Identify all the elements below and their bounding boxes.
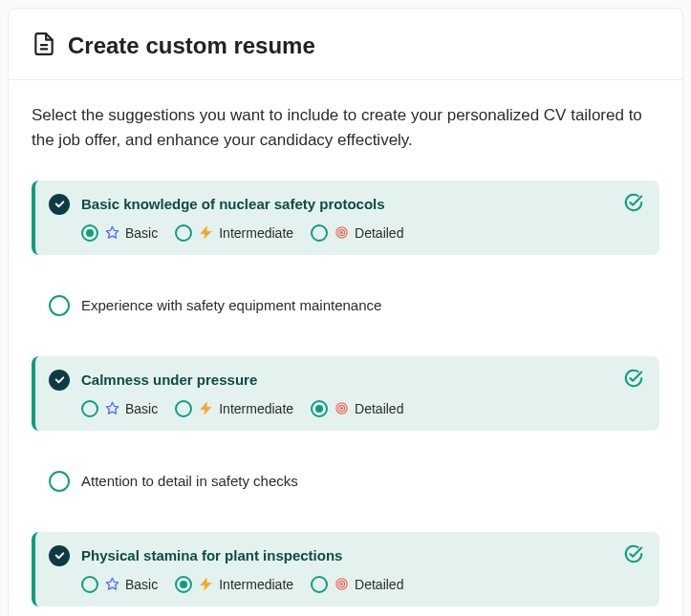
- level-option-intermediate[interactable]: Intermediate: [175, 576, 293, 593]
- suggestion-checkbox[interactable]: [49, 295, 70, 316]
- level-label: Detailed: [355, 401, 403, 416]
- card-header: Create custom resume: [9, 9, 682, 80]
- level-options: BasicIntermediateDetailed: [81, 576, 642, 593]
- level-label: Basic: [125, 577, 158, 592]
- page-title: Create custom resume: [68, 32, 315, 59]
- suggestion-checkbox[interactable]: [49, 471, 70, 492]
- bolt-icon: [198, 401, 213, 416]
- level-option-basic[interactable]: Basic: [81, 576, 158, 593]
- level-options: BasicIntermediateDetailed: [81, 400, 642, 417]
- suggestion-header: Experience with safety equipment mainten…: [49, 295, 642, 316]
- suggestion-checkbox[interactable]: [49, 370, 70, 391]
- suggestion-header: Attention to detail in safety checks: [49, 471, 642, 492]
- document-icon: [32, 32, 56, 60]
- suggestion-item: Experience with safety equipment mainten…: [32, 282, 659, 329]
- level-label: Detailed: [355, 225, 403, 241]
- level-label: Detailed: [355, 577, 403, 592]
- level-label: Basic: [125, 225, 158, 241]
- suggestion-header: Physical stamina for plant inspections: [49, 545, 642, 566]
- create-resume-card: Create custom resume Select the suggesti…: [8, 8, 683, 616]
- suggestion-title: Calmness under pressure: [81, 372, 257, 388]
- level-option-intermediate[interactable]: Intermediate: [175, 224, 293, 242]
- bolt-icon: [198, 225, 213, 241]
- suggestions-list: Basic knowledge of nuclear safety protoc…: [32, 181, 659, 606]
- level-option-basic[interactable]: Basic: [81, 224, 158, 242]
- svg-point-11: [340, 408, 342, 410]
- level-option-intermediate[interactable]: Intermediate: [175, 400, 293, 417]
- confirm-check-icon: [623, 543, 644, 568]
- confirm-check-icon: [623, 368, 644, 393]
- svg-marker-8: [201, 402, 211, 414]
- radio-icon: [311, 400, 328, 417]
- radio-icon: [81, 400, 98, 417]
- card-body: Select the suggestions you want to inclu…: [9, 80, 682, 616]
- suggestion-header: Calmness under pressure: [49, 370, 642, 391]
- level-options: BasicIntermediateDetailed: [81, 224, 642, 242]
- suggestion-item: Physical stamina for plant inspectionsBa…: [32, 532, 659, 606]
- svg-marker-12: [106, 578, 119, 589]
- suggestion-title: Basic knowledge of nuclear safety protoc…: [81, 196, 385, 212]
- radio-icon: [81, 576, 98, 593]
- level-option-basic[interactable]: Basic: [81, 400, 158, 417]
- suggestion-title: Experience with safety equipment mainten…: [81, 297, 381, 313]
- description-text: Select the suggestions you want to inclu…: [32, 103, 659, 154]
- confirm-check-icon: [623, 192, 644, 217]
- suggestion-header: Basic knowledge of nuclear safety protoc…: [49, 194, 642, 215]
- target-icon: [334, 577, 349, 592]
- level-option-detailed[interactable]: Detailed: [311, 576, 403, 593]
- suggestion-title: Physical stamina for plant inspections: [81, 547, 342, 563]
- level-label: Intermediate: [219, 225, 293, 241]
- level-label: Basic: [125, 401, 158, 416]
- svg-marker-13: [201, 578, 211, 590]
- level-label: Intermediate: [219, 401, 293, 416]
- level-label: Intermediate: [219, 577, 293, 592]
- star-icon: [104, 225, 119, 241]
- suggestion-item: Calmness under pressureBasicIntermediate…: [32, 356, 659, 431]
- radio-icon: [81, 224, 98, 242]
- suggestion-item: Attention to detail in safety checks: [32, 457, 659, 505]
- level-option-detailed[interactable]: Detailed: [311, 224, 403, 242]
- radio-icon: [311, 224, 328, 242]
- suggestion-checkbox[interactable]: [49, 194, 70, 215]
- level-option-detailed[interactable]: Detailed: [311, 400, 403, 417]
- suggestion-checkbox[interactable]: [49, 545, 70, 566]
- star-icon: [104, 577, 119, 592]
- svg-marker-7: [106, 402, 119, 414]
- suggestion-title: Attention to detail in safety checks: [81, 473, 298, 489]
- svg-point-6: [340, 232, 342, 234]
- radio-icon: [175, 576, 192, 593]
- bolt-icon: [198, 577, 213, 592]
- suggestion-item: Basic knowledge of nuclear safety protoc…: [32, 181, 659, 255]
- radio-icon: [175, 400, 192, 417]
- star-icon: [104, 401, 119, 416]
- svg-marker-2: [106, 226, 119, 238]
- radio-icon: [175, 224, 192, 242]
- svg-marker-3: [201, 226, 211, 239]
- svg-point-16: [340, 584, 342, 585]
- target-icon: [334, 225, 349, 241]
- radio-icon: [311, 576, 328, 593]
- target-icon: [334, 401, 349, 416]
